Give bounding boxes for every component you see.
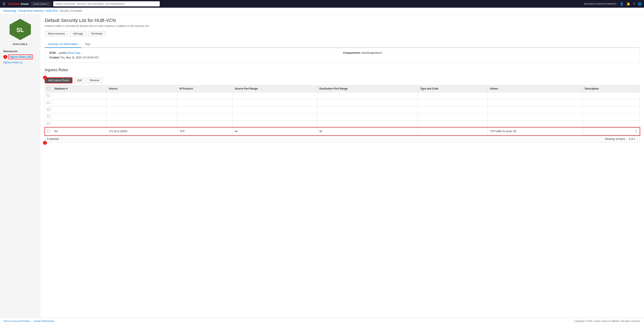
page-title: Default Security List for HUB-VCN bbox=[45, 18, 640, 23]
ocid-show-link[interactable]: Show bbox=[67, 51, 74, 54]
created-field: Created: Thu, May 16, 2024, 07:15:04 UTC bbox=[49, 56, 342, 59]
ingress-section-header: Ingress Rules bbox=[45, 68, 640, 75]
row-allows bbox=[488, 120, 583, 127]
breadcrumb-vcn[interactable]: Virtual cloud networks bbox=[18, 9, 44, 12]
col-stateless[interactable]: Stateless ▾ bbox=[52, 85, 107, 92]
row-ip-protocol bbox=[177, 99, 232, 106]
breadcrumb-sep2: › bbox=[44, 9, 46, 12]
row-checkbox-cell bbox=[45, 106, 52, 113]
next-page-button[interactable]: › bbox=[636, 137, 638, 141]
drag-handle-icon[interactable]: ⠿ bbox=[635, 129, 638, 133]
row-description bbox=[582, 120, 640, 127]
row-checkbox[interactable] bbox=[47, 94, 50, 97]
globe-icon[interactable]: 🌐 bbox=[638, 2, 642, 6]
row-source bbox=[106, 92, 177, 99]
row-description bbox=[582, 106, 640, 113]
page-info: 1 of 1 bbox=[629, 138, 635, 140]
select-all-checkbox[interactable] bbox=[47, 87, 50, 90]
ingress-rules-link-wrapper: 1 Ingress Rules (10) bbox=[4, 55, 37, 59]
row-source bbox=[106, 120, 177, 127]
tab-tags[interactable]: Tags bbox=[81, 41, 94, 48]
ocid-field: OCID: ...jyak5q Show Copy bbox=[49, 51, 342, 54]
ocid-copy-link[interactable]: Copy bbox=[74, 51, 80, 54]
table-row bbox=[45, 106, 640, 113]
row-checkbox[interactable] bbox=[47, 108, 50, 111]
terms-link[interactable]: Terms of Use and Privacy bbox=[4, 320, 30, 322]
search-input[interactable] bbox=[53, 1, 160, 7]
action-buttons: Move resource Add tags Terminate bbox=[45, 31, 640, 37]
cookie-link[interactable]: Cookie Preferences bbox=[34, 320, 54, 322]
content-area: SL AVAILABLE Resources 1 Ingress Rules (… bbox=[0, 14, 644, 318]
row-allows bbox=[488, 113, 583, 120]
footer-links: Terms of Use and Privacy Cookie Preferen… bbox=[4, 320, 54, 322]
hex-svg: SL bbox=[8, 18, 33, 41]
remove-button[interactable]: Remove bbox=[87, 78, 103, 83]
table-toolbar: 2 Add Ingress Rules Edit Remove bbox=[45, 77, 640, 83]
row-stateless bbox=[52, 120, 107, 127]
created-label: Created: bbox=[49, 56, 60, 59]
row-stateless bbox=[52, 99, 107, 106]
add-tags-button[interactable]: Add tags bbox=[70, 31, 86, 37]
prev-page-button[interactable]: ‹ bbox=[626, 137, 628, 141]
row-allows bbox=[488, 99, 583, 106]
oracle-text: ORACLE bbox=[8, 2, 20, 6]
page-footer: Terms of Use and Privacy Cookie Preferen… bbox=[0, 318, 644, 324]
row-stateless bbox=[52, 106, 107, 113]
row-checkbox[interactable] bbox=[47, 122, 50, 125]
row-description bbox=[582, 99, 640, 106]
highlighted-row-ip-protocol: TCP bbox=[177, 127, 232, 136]
row-description bbox=[582, 92, 640, 99]
compartment-label: Compartment: bbox=[343, 51, 360, 54]
breadcrumb-hub-vcn[interactable]: HUB-VCN bbox=[46, 9, 58, 12]
row-ip-protocol bbox=[177, 92, 232, 99]
breadcrumb-networking[interactable]: Networking bbox=[4, 9, 16, 12]
move-resource-button[interactable]: Move resource bbox=[45, 31, 68, 37]
copyright: Copyright © 2024, Oracle and/or its affi… bbox=[574, 320, 640, 322]
tab-security-list-information[interactable]: Security List Information bbox=[45, 41, 81, 48]
row-checkbox[interactable] bbox=[47, 130, 50, 132]
ingress-rules-table: Stateless ▾ Source IP Protocol Source Po… bbox=[45, 85, 640, 136]
cloud-classic-badge[interactable]: Cloud Classic › bbox=[31, 2, 51, 6]
row-destination-port-range bbox=[317, 92, 418, 99]
col-source-port-range: Source Port Range bbox=[232, 85, 317, 92]
sidebar-item-egress-rules[interactable]: Egress Rules (1) bbox=[4, 61, 37, 64]
help-icon[interactable]: ? bbox=[633, 2, 635, 6]
row-allows bbox=[488, 106, 583, 113]
add-ingress-rules-button[interactable]: Add Ingress Rules bbox=[45, 77, 72, 83]
row-checkbox-cell bbox=[45, 113, 52, 120]
row-source-port-range bbox=[232, 99, 317, 106]
info-left: OCID: ...jyak5q Show Copy Created: Thu, … bbox=[49, 51, 342, 59]
info-grid: OCID: ...jyak5q Show Copy Created: Thu, … bbox=[49, 51, 635, 59]
sidebar-item-ingress-rules[interactable]: Ingress Rules (10) bbox=[8, 55, 32, 59]
page-wrapper: Networking › Virtual cloud networks › HU… bbox=[0, 8, 644, 324]
highlighted-row-source-port: All bbox=[232, 127, 317, 136]
row-destination-port-range bbox=[317, 106, 418, 113]
breadcrumb-sep3: › bbox=[58, 9, 60, 12]
region-selector[interactable]: Germany Central (Frankfurt) › bbox=[584, 2, 618, 5]
notifications-icon[interactable]: 🔔 bbox=[626, 2, 630, 6]
row-checkbox[interactable] bbox=[47, 115, 50, 118]
badge-3: 3 bbox=[43, 141, 47, 145]
created-value: Thu, May 16, 2024, 07:15:04 UTC bbox=[60, 56, 99, 59]
table-row bbox=[45, 120, 640, 127]
cloud-text: Cloud bbox=[21, 2, 28, 6]
compartment-value: IwanHoogendoorn bbox=[361, 51, 382, 54]
info-right: Compartment: IwanHoogendoorn bbox=[343, 51, 635, 59]
row-checkbox[interactable] bbox=[47, 101, 50, 104]
col-destination-port-range: Destination Port Range bbox=[317, 85, 418, 92]
table-row bbox=[45, 92, 640, 99]
pagination: Showing 10 items ‹ 1 of 1 › bbox=[605, 137, 638, 141]
info-section: OCID: ...jyak5q Show Copy Created: Thu, … bbox=[45, 48, 640, 63]
hamburger-icon[interactable]: ☰ bbox=[2, 2, 6, 6]
row-source-port-range bbox=[232, 106, 317, 113]
row-checkbox-cell bbox=[45, 99, 52, 106]
profile-icon[interactable]: 👤 bbox=[620, 2, 624, 6]
row-ip-protocol bbox=[177, 113, 232, 120]
row-destination-port-range bbox=[317, 113, 418, 120]
row-destination-port-range bbox=[317, 120, 418, 127]
breadcrumb-current: Security List Details bbox=[60, 9, 82, 12]
terminate-button[interactable]: Terminate bbox=[88, 31, 106, 37]
col-type-and-code: Type and Code bbox=[418, 85, 488, 92]
row-ip-protocol bbox=[177, 120, 232, 127]
edit-button[interactable]: Edit bbox=[74, 78, 85, 83]
